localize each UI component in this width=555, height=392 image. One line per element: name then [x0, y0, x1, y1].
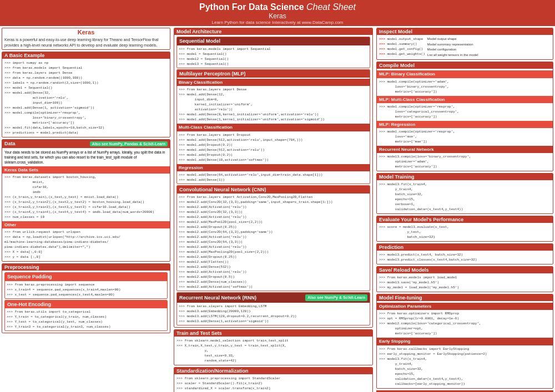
compile-rnn-header: Recurrent Neural Network [377, 146, 553, 153]
inspect-desc-4: List all weight tensors in the model [427, 53, 551, 58]
basic-example-body: >>> import numpy as np >>> from keras.mo… [2, 59, 170, 137]
basic-example-section: A Basic Example >>> import numpy as np >… [2, 52, 170, 138]
keras-datasets-code: >>> from keras.datasets import boston_ho… [4, 175, 168, 220]
early-stopping-code: >>> from keras.callbacks import EarlySto… [379, 347, 551, 386]
save-reload-section: Save/ Reload Models >>> from keras.model… [376, 266, 553, 292]
compile-rnn-code: >>> model3.compile(loss='binary_crossent… [379, 154, 551, 169]
early-stopping-header: Early Stopping [377, 338, 553, 345]
title-italic: Cheat Sheet [306, 2, 356, 12]
mlp-section: Multilayer Perceptron (MLP) Binary Class… [176, 69, 370, 184]
inspect-content: >>> model.output_shape >>> model.summary… [379, 37, 551, 58]
sequential-code: >>> from keras.models import import Sequ… [179, 47, 368, 67]
opt-params-header: Optimization Parameters [377, 303, 553, 310]
evaluate-body: >>> score = model3.evaluate(x_test, y_te… [377, 223, 553, 241]
header-subtitle: Keras [0, 12, 555, 20]
binary-code: >>> from keras.layers import Dense >>> m… [179, 87, 368, 122]
opt-params-code: >>> from keras.optimizers import RMSprop… [379, 311, 551, 336]
data-also-see: Also see NumPy, Pandas & Scikit-Learn [90, 141, 168, 146]
inspect-code: >>> model.output_shape >>> model.summary… [379, 37, 425, 58]
title-part1: Python For Data Science [199, 2, 306, 12]
fine-tuning-title: Model Fine-tuning [377, 294, 553, 301]
sequence-padding-section: Sequence Padding >>> from keras.preproce… [4, 272, 168, 299]
mlp-body: Binary Classification >>> from keras.lay… [177, 78, 370, 184]
rnn-also-see: Also see NumPy & Scikit-Learn [305, 294, 367, 301]
rnn-title: Recurrent Neural Network (RNN) [179, 294, 256, 302]
model-arch-section: Model Architecture Sequential Model >>> … [174, 28, 373, 328]
inspect-desc-2: Model summary representation [427, 42, 551, 48]
compile-binary-code: >>> model.compile(optimizer='adam', loss… [379, 79, 551, 94]
train-test-code: >>> from sklearn.model_selection import … [176, 338, 370, 363]
other-code: >>> from urllib.request import urlopen >… [4, 230, 168, 259]
regression-code: >>> model.add(Dense(64,activation='relu'… [179, 172, 368, 182]
compile-binary-header: MLP: Binary Classification [377, 70, 553, 78]
save-reload-code: >>> from keras.models import load_model … [379, 275, 551, 290]
keras-title: Keras [2, 28, 170, 36]
compile-body: MLP: Binary Classification >>> model.com… [377, 69, 553, 171]
binary-class-header: Binary Classification [176, 79, 370, 86]
evaluate-code: >>> score = model3.evaluate(x_test, y_te… [379, 225, 551, 240]
rnn-header: Recurrent Neural Network (RNN) Also see … [177, 293, 370, 303]
cnn-body: >>> from keras.layers import Activation,… [177, 194, 370, 291]
inspect-section: Inspect Model >>> model.output_shape >>>… [376, 28, 553, 60]
mlp-title: Multilayer Perceptron (MLP) [177, 70, 370, 78]
compile-section: Compile Model MLP: Binary Classification… [376, 62, 553, 171]
inspect-body: >>> model.output_shape >>> model.summary… [377, 35, 553, 59]
inspect-desc-1: Model output shape [427, 37, 551, 42]
cnn-code: >>> from keras.layers import Activation,… [179, 195, 368, 289]
cnn-section: Convolutional Neural Network (CNN) >>> f… [176, 185, 370, 292]
save-reload-title: Save/ Reload Models [377, 267, 553, 273]
header-link-text: Learn Python for data science Interactiv… [212, 20, 344, 25]
keras-intro-section: Keras Keras is a powerful and easy-to-us… [2, 28, 170, 50]
cnn-title: Convolutional Neural Network (CNN) [177, 186, 370, 194]
inspect-desc-3: Model configuration [427, 47, 551, 53]
inspect-descriptions: Model output shape Model summary represe… [427, 37, 551, 58]
sequential-title: Sequential Model [177, 37, 370, 45]
header: Python For Data Science Cheat Sheet Kera… [0, 0, 555, 26]
compile-multiclass-header: MLP: Multi-Class Classification [377, 96, 553, 103]
sequence-code: >>> from keras.preprocessing import sequ… [7, 282, 165, 297]
regression-header: Regression [176, 164, 370, 171]
data-description: Your data needs to be stored as NumPy ar… [4, 150, 168, 165]
keras-description: Keras is a powerful and easy-to-use deep… [2, 36, 170, 49]
mid-bottom-left: Train and Test Sets >>> from sklearn.mod… [174, 329, 373, 392]
onehot-body: >>> from keras.utils import to_categoric… [5, 308, 167, 330]
header-link: Learn Python for data science Interactiv… [0, 20, 555, 25]
training-title: Model Training [377, 174, 553, 180]
data-section: Data Also see NumPy, Pandas & Scikit-Lea… [2, 139, 170, 262]
data-body: Your data needs to be stored as NumPy ar… [2, 148, 170, 262]
right-column: Inspect Model >>> model.output_shape >>>… [375, 26, 555, 392]
model-arch-body: Sequential Model >>> from keras.models i… [174, 35, 372, 327]
basic-example-code: >>> import numpy as np >>> from keras.mo… [4, 60, 168, 135]
training-code: >>> model3.fit(x_train4, y_train4, batch… [379, 182, 551, 212]
left-column: Keras Keras is a powerful and easy-to-us… [0, 26, 172, 392]
keras-datasets-header: Keras Data Sets [2, 166, 170, 174]
multiclass-code: >>> from keras.layers import Dropout >>>… [179, 133, 368, 162]
compile-regression-code: >>> model.compile(optimizer='rmsprop', l… [379, 129, 551, 144]
onehot-code: >>> from keras.utils import to_categoric… [7, 309, 165, 329]
page: Python For Data Science Cheat Sheet Kera… [0, 0, 555, 392]
model-arch-title: Model Architecture [174, 28, 372, 35]
mid-bottom: Train and Test Sets >>> from sklearn.mod… [174, 329, 373, 392]
prediction-code: >>> model3.predict(x_test4, batch_size=3… [379, 252, 551, 262]
main-body: Keras Keras is a powerful and easy-to-us… [0, 26, 555, 392]
sequence-title: Sequence Padding [5, 273, 167, 281]
standardization-title: Standardization/Normalization [174, 368, 372, 374]
sequential-body: >>> from keras.models import import Sequ… [177, 45, 370, 68]
data-title: Data [4, 141, 16, 146]
middle-column: Model Architecture Sequential Model >>> … [172, 26, 375, 392]
standardization-body: >>> from sklearn.preprocessing import St… [174, 374, 372, 392]
rnn-code: >>> from keras.xlayers import Embedding,… [179, 304, 368, 324]
fine-tuning-section: Model Fine-tuning Optimization Parameter… [376, 294, 553, 388]
inspect-title: Inspect Model [377, 28, 553, 35]
compile-regression-header: MLP: Regression [377, 121, 553, 128]
onehot-section: One-Hot Encoding >>> from keras.utils im… [4, 300, 168, 332]
preprocessing-section: Preprocessing Sequence Padding >>> from … [2, 263, 170, 333]
evaluate-title: Evaluate Your Model's Performance [377, 216, 553, 223]
compile-multiclass-code: >>> model.compile(optimizer='rmsprop', l… [379, 104, 551, 119]
rnn-section: Recurrent Neural Network (RNN) Also see … [176, 292, 370, 325]
onehot-title: One-Hot Encoding [5, 301, 167, 309]
training-section: Model Training >>> model3.fit(x_train4, … [376, 173, 553, 214]
multiclass-header: Multi-Class Classification [176, 124, 370, 131]
footer: DataCamp Learn Python for Data Science I… [376, 390, 553, 393]
sequential-section: Sequential Model >>> from keras.models i… [176, 37, 370, 68]
